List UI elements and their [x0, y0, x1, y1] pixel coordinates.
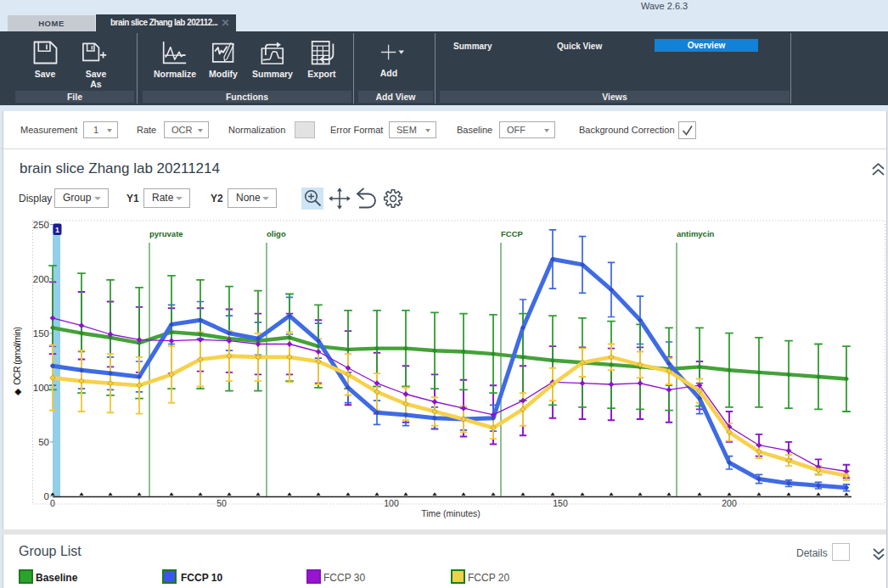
svg-text:FCCP: FCCP — [501, 229, 524, 238]
svg-text:◆ OCR (pmol/min): ◆ OCR (pmol/min) — [12, 327, 22, 395]
svg-text:oligo: oligo — [267, 229, 286, 238]
svg-text:100: 100 — [33, 383, 49, 393]
svg-text:Time (minutes): Time (minutes) — [421, 508, 481, 518]
svg-text:150: 150 — [33, 328, 49, 339]
svg-text:1: 1 — [55, 226, 59, 234]
svg-text:0: 0 — [50, 498, 55, 508]
svg-text:200: 200 — [722, 498, 737, 508]
svg-text:50: 50 — [38, 437, 49, 447]
svg-text:50: 50 — [216, 498, 227, 508]
svg-text:100: 100 — [384, 498, 399, 508]
svg-text:150: 150 — [553, 498, 568, 508]
svg-text:250: 250 — [33, 220, 49, 230]
svg-text:200: 200 — [33, 274, 49, 284]
svg-text:pyruvate: pyruvate — [149, 229, 183, 238]
svg-text:0: 0 — [44, 491, 49, 501]
svg-text:antimycin: antimycin — [677, 229, 715, 238]
